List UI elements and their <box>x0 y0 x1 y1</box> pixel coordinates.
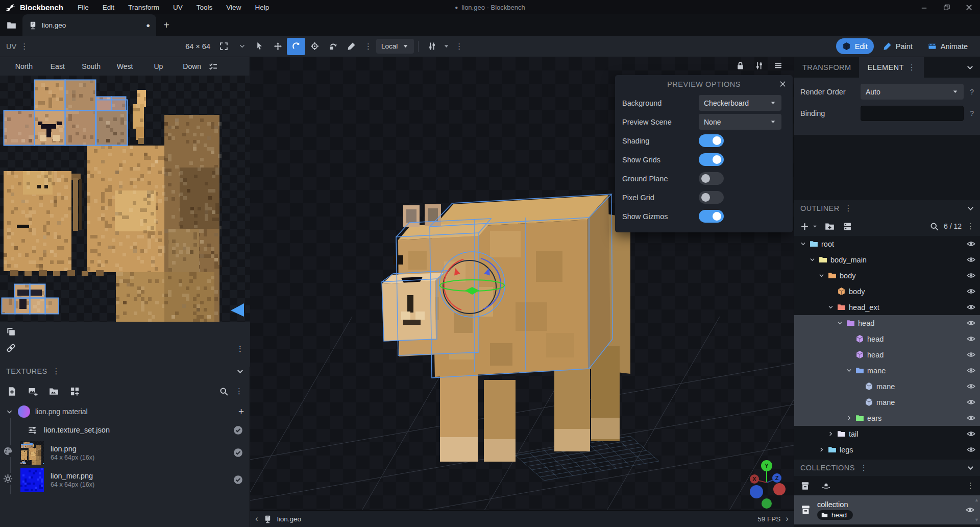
chevron-down-icon[interactable] <box>808 257 816 262</box>
outliner-row-tail-group[interactable]: tail <box>794 426 980 442</box>
prev-camera-icon[interactable]: ‹ <box>255 514 258 524</box>
eye-icon[interactable] <box>966 506 974 514</box>
eye-icon[interactable] <box>967 366 975 375</box>
shading-toggle[interactable] <box>699 134 724 147</box>
frame-uv-button[interactable] <box>214 38 233 55</box>
slider-settings-button[interactable] <box>423 38 441 55</box>
create-texture-icon[interactable] <box>28 387 38 396</box>
show-grids-toggle[interactable] <box>699 153 724 166</box>
eye-icon[interactable] <box>967 350 975 359</box>
outliner-row-mane-group[interactable]: mane <box>794 363 980 378</box>
collections-toolbar-menu-icon[interactable]: ⋮ <box>967 481 974 490</box>
chevron-right-icon[interactable] <box>818 447 825 452</box>
outliner-row-head-group[interactable]: head <box>794 315 980 331</box>
chevron-down-icon[interactable] <box>966 57 980 78</box>
next-camera-icon[interactable]: › <box>786 514 789 524</box>
eye-icon[interactable] <box>967 319 975 327</box>
rotate-tool[interactable] <box>287 38 305 55</box>
collections-menu-icon[interactable]: ⋮ <box>860 463 868 472</box>
uv-face-west[interactable]: West <box>108 62 142 70</box>
tab-transform[interactable]: TRANSFORM <box>794 57 859 78</box>
texture-row-lion-mer-png[interactable]: lion_mer.png 64 x 64px (16x) <box>0 466 250 493</box>
chevron-down-icon[interactable] <box>799 241 806 247</box>
chevron-down-icon[interactable] <box>967 464 974 472</box>
uv-face-south[interactable]: South <box>75 62 108 70</box>
move-tool[interactable] <box>268 38 287 55</box>
search-icon[interactable] <box>219 387 228 396</box>
copy-uv-icon[interactable] <box>6 327 16 337</box>
uv-panel-menu-icon[interactable]: ⋮ <box>20 42 28 51</box>
outliner-row-mane-cube[interactable]: mane <box>794 394 980 410</box>
uv-face-down[interactable]: Down <box>175 62 209 70</box>
collection-item[interactable]: collection head ▲ ▼ <box>794 495 980 524</box>
uv-face-up[interactable]: Up <box>141 62 175 70</box>
outliner-row-body-group[interactable]: body <box>794 268 980 283</box>
menu-help[interactable]: Help <box>255 4 269 11</box>
add-element-icon[interactable] <box>800 222 809 231</box>
mode-paint[interactable]: Paint <box>877 38 919 54</box>
menu-uv[interactable]: UV <box>173 4 183 11</box>
eye-icon[interactable] <box>967 398 975 406</box>
link-uv-icon[interactable] <box>6 343 16 353</box>
preview-scene-select[interactable]: None <box>699 114 781 130</box>
mode-edit[interactable]: Edit <box>836 38 874 54</box>
eye-icon[interactable] <box>967 382 975 391</box>
outliner-row-legs-group[interactable]: legs <box>794 442 980 458</box>
import-texture-icon[interactable] <box>7 387 17 396</box>
open-folder-icon[interactable] <box>0 20 22 30</box>
restore-button[interactable] <box>935 0 958 14</box>
eye-icon[interactable] <box>967 271 975 280</box>
menu-transform[interactable]: Transform <box>128 4 159 11</box>
outliner-row-mane-cube[interactable]: mane <box>794 378 980 394</box>
chevron-down-icon[interactable] <box>6 409 13 415</box>
new-collection-icon[interactable] <box>800 481 810 491</box>
hamburger-menu-icon[interactable] <box>774 61 782 70</box>
eye-icon[interactable] <box>967 445 975 454</box>
uv-editor-canvas[interactable] <box>0 76 250 322</box>
append-template-icon[interactable] <box>70 387 80 396</box>
transform-space-select[interactable]: Local <box>376 39 414 54</box>
pixel-grid-toggle[interactable] <box>699 191 724 204</box>
chevron-down-icon[interactable] <box>836 320 843 326</box>
toolbar-menu-icon[interactable]: ⋮ <box>455 42 463 51</box>
render-order-select[interactable]: Auto <box>861 84 964 100</box>
texture-row-lion-png[interactable]: lion.png 64 x 64px (16x) <box>0 439 250 466</box>
eye-icon[interactable] <box>967 255 975 264</box>
element-tab-menu-icon[interactable]: ⋮ <box>908 63 916 72</box>
texture-resolution[interactable]: 64 × 64 <box>185 42 210 51</box>
caret-down-icon[interactable] <box>812 224 818 229</box>
eye-icon[interactable] <box>967 334 975 343</box>
pivot-tool[interactable] <box>305 38 324 55</box>
menu-tools[interactable]: Tools <box>197 4 213 11</box>
import-folder-icon[interactable] <box>49 387 59 396</box>
search-icon[interactable] <box>930 222 939 231</box>
outliner-row-head-cube[interactable]: head <box>794 331 980 347</box>
eye-icon[interactable] <box>967 303 975 312</box>
outliner-menu-icon[interactable]: ⋮ <box>845 204 852 213</box>
eye-icon[interactable] <box>967 414 975 422</box>
check-circle-icon[interactable] <box>233 425 243 435</box>
chevron-right-icon[interactable] <box>827 431 834 437</box>
toggle-view-icon[interactable] <box>843 222 852 231</box>
chevron-right-icon[interactable] <box>845 415 852 421</box>
tool-menu-icon[interactable]: ⋮ <box>364 42 372 51</box>
chevron-down-icon[interactable] <box>818 273 825 278</box>
background-select[interactable]: Checkerboard <box>699 95 781 111</box>
viewport-3d[interactable]: X Z Y PREVIEW OPTIONS Background <box>250 57 794 527</box>
eye-icon[interactable] <box>967 287 975 296</box>
resize-rotate-tool[interactable] <box>324 38 342 55</box>
menu-edit[interactable]: Edit <box>103 4 114 11</box>
minimize-button[interactable] <box>913 0 935 14</box>
tab-element[interactable]: ELEMENT ⋮ <box>859 57 923 78</box>
uv-face-north[interactable]: North <box>7 62 41 70</box>
chevron-down-icon[interactable] <box>827 304 834 310</box>
help-icon[interactable]: ? <box>964 109 974 117</box>
uv-face-east[interactable]: East <box>41 62 75 70</box>
hat-icon[interactable] <box>821 481 831 491</box>
outliner-row-head-ext[interactable]: head_ext <box>794 299 980 315</box>
collection-chip-head[interactable]: head <box>817 510 853 520</box>
outliner-row-ears-group[interactable]: ears <box>794 410 980 426</box>
show-gizmos-toggle[interactable] <box>699 210 724 223</box>
textures-menu-icon[interactable]: ⋮ <box>53 367 60 376</box>
uv-panel-menu-icon[interactable]: ⋮ <box>236 344 244 353</box>
